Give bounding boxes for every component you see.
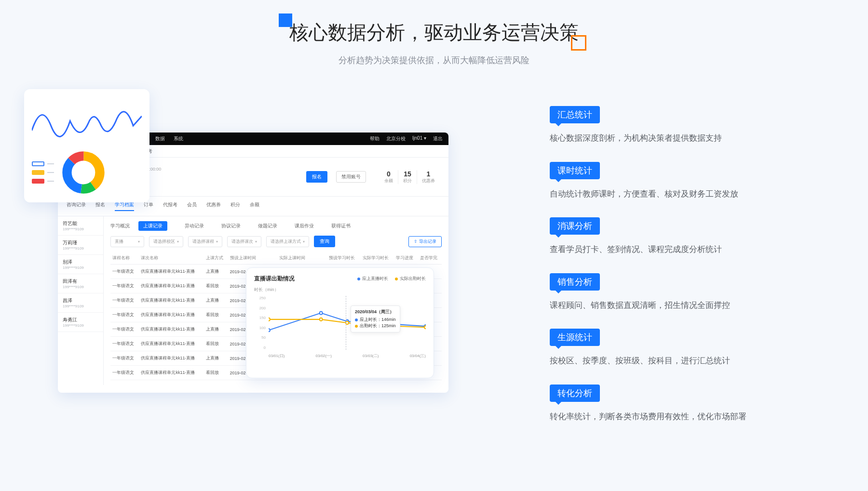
subtab-overview[interactable]: 学习概况	[110, 223, 130, 229]
svg-point-4	[74, 163, 93, 182]
svg-point-5	[269, 329, 270, 332]
mini-legend	[32, 161, 54, 184]
feature-desc-5: 转化率统计，判断各类市场费用有效性，优化市场部署	[550, 411, 820, 423]
table-header: 预设上课时间	[228, 252, 278, 265]
subtab-item[interactable]: 异动记录	[185, 223, 204, 229]
table-header: 学习进度	[394, 252, 418, 265]
page-title: 核心数据分析，驱动业务运营决策	[289, 19, 579, 46]
record-tab[interactable]: 积分	[231, 201, 240, 211]
record-tab[interactable]: 咨询记录	[67, 201, 86, 211]
chart-ylabel: 时长（min）	[254, 287, 426, 293]
table-header: 预设学习时长	[327, 252, 361, 265]
stat-item: 0余额	[380, 170, 398, 184]
sidebar-student[interactable]: 符艺能199****9109	[58, 216, 103, 236]
study-subtabs: 学习概况 上课记录 异动记录协议记录做题记录课后作业获得证书	[110, 221, 442, 231]
filter-campus[interactable]: 请选择校区	[149, 236, 183, 247]
search-button[interactable]: 查询	[314, 236, 335, 247]
filter-type[interactable]: 直播	[110, 236, 144, 247]
sidebar-student[interactable]: 田泽有199****9109	[58, 274, 103, 293]
feature-tag-0: 汇总统计	[550, 106, 600, 123]
topnav-item[interactable]: 数据	[155, 135, 165, 142]
legend-actual: 实际出勤时长	[395, 276, 426, 282]
signup-button[interactable]: 报名	[306, 171, 327, 183]
record-tab[interactable]: 订单	[144, 201, 153, 211]
svg-point-10	[269, 318, 270, 321]
record-tab[interactable]: 优惠券	[206, 201, 221, 211]
page-subtitle: 分析趋势为决策提供依据，从而大幅降低运营风险	[0, 54, 868, 66]
feature-desc-2: 查看学员打卡、签到情况、课程完成度分析统计	[550, 243, 820, 256]
sidebar-student[interactable]: 别泽199****9109	[58, 255, 103, 274]
svg-point-11	[320, 318, 323, 321]
help-link[interactable]: 帮助	[370, 135, 380, 142]
feature-list: 汇总统计 核心数据深度剖析，为机构决策者提供数据支持课时统计 自动统计教师课时，…	[550, 106, 820, 440]
feature-tag-5: 转化分析	[550, 385, 600, 402]
user-menu[interactable]: ljn01 ▾	[412, 135, 426, 142]
sidebar-student[interactable]: 昌泽199****9109	[58, 293, 103, 313]
donut-chart	[62, 151, 105, 194]
feature-desc-1: 自动统计教师课时，方便查看、核对及财务工资发放	[550, 188, 820, 200]
campus-selector[interactable]: 北京分校	[386, 135, 406, 142]
record-tab[interactable]: 代报考	[163, 201, 177, 211]
feature-desc-4: 按校区、按季度、按班级、按科目，进行汇总统计	[550, 355, 820, 367]
student-sidebar: 符艺能199****9109万莉瑾199****9109别泽199****910…	[58, 216, 104, 385]
chart-plot: 2020/03/04（周三） 应上时长：146min 出勤时长：125min	[269, 296, 426, 350]
filter-bar: 直播 请选择校区 请选择课程 请选择课次 请选择上课方式 查询 ⇧ 导出记录	[110, 236, 442, 247]
disable-account-button[interactable]: 禁用账号	[336, 171, 366, 183]
subtab-item[interactable]: 做题记录	[258, 223, 277, 229]
stat-item: 1优惠券	[417, 170, 440, 184]
feature-tag-3: 销售分析	[550, 273, 600, 291]
feature-tag-4: 生源统计	[550, 329, 600, 346]
sidebar-student[interactable]: 万莉瑾199****9109	[58, 236, 103, 255]
table-header: 实际上课时间	[277, 252, 327, 265]
table-header: 是否学完	[418, 252, 442, 265]
feature-desc-3: 课程顾问、销售数据直观清晰，招生情况全面撑控	[550, 299, 820, 312]
filter-lesson[interactable]: 请选择课次	[227, 236, 261, 247]
filter-mode[interactable]: 请选择上课方式	[266, 236, 309, 247]
mini-chart-card	[24, 89, 149, 202]
table-header: 课程名称	[110, 252, 139, 265]
topnav-item[interactable]: 系统	[174, 135, 183, 142]
sidebar-student[interactable]: 寿勇江199****9109	[58, 313, 103, 332]
feature-desc-0: 核心数据深度剖析，为机构决策者提供数据支持	[550, 132, 820, 145]
stat-item: 15积分	[398, 170, 417, 184]
table-header: 实际学习时长	[361, 252, 394, 265]
subtab-item[interactable]: 课后作业	[295, 223, 314, 229]
subtab-records[interactable]: 上课记录	[138, 221, 167, 231]
record-tab[interactable]: 余额	[250, 201, 259, 211]
chart-title: 直播课出勤情况	[254, 275, 295, 283]
table-header: 课次名称	[139, 252, 204, 265]
attendance-chart-card: 直播课出勤情况 应上直播时长 实际出勤时长 时长（min） 2502001501…	[246, 267, 434, 378]
feature-tag-2: 消课分析	[550, 217, 600, 235]
subtab-item[interactable]: 协议记录	[221, 223, 241, 229]
feature-tag-1: 课时统计	[550, 162, 600, 179]
chart-tooltip: 2020/03/04（周三） 应上时长：146min 出勤时长：125min	[351, 305, 400, 332]
filter-course[interactable]: 请选择课程	[188, 236, 222, 247]
svg-point-6	[320, 312, 323, 315]
record-tab[interactable]: 会员	[187, 201, 197, 211]
wave-chart	[32, 97, 142, 145]
svg-point-14	[424, 326, 426, 329]
subtab-item[interactable]: 获得证书	[331, 223, 351, 229]
record-tab[interactable]: 报名	[95, 201, 105, 211]
table-header: 上课方式	[204, 252, 228, 265]
logout-link[interactable]: 退出	[433, 135, 443, 142]
legend-expected: 应上直播时长	[357, 276, 388, 282]
export-button[interactable]: ⇧ 导出记录	[408, 236, 442, 247]
record-tab[interactable]: 学习档案	[115, 201, 134, 211]
